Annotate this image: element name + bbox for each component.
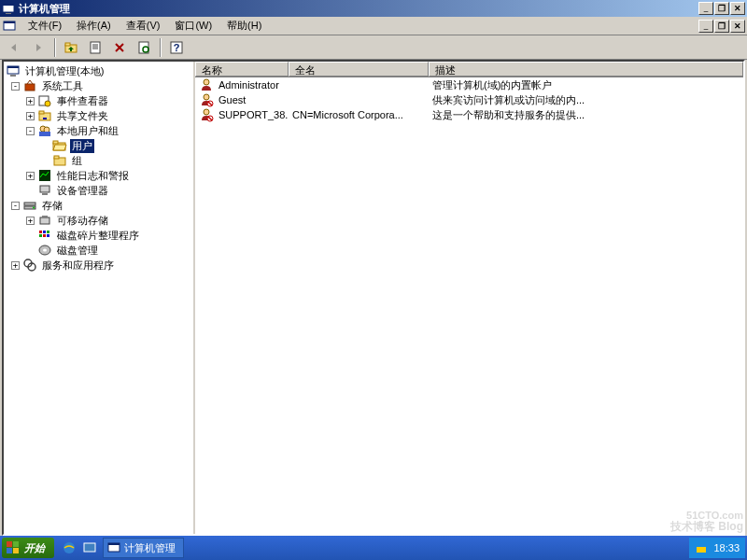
tree-storage[interactable]: - 存储	[4, 198, 193, 213]
storage-icon	[22, 198, 37, 213]
svg-rect-40	[47, 231, 49, 233]
system-tray[interactable]: 18:33	[689, 538, 745, 558]
svg-rect-37	[42, 216, 48, 218]
svg-rect-29	[54, 156, 59, 159]
minimize-button[interactable]: _	[698, 2, 713, 15]
desktop-icon[interactable]	[80, 538, 99, 558]
refresh-button[interactable]	[134, 37, 154, 58]
user-icon	[199, 77, 214, 92]
expand-icon[interactable]: +	[26, 172, 35, 180]
tree-diskmgmt[interactable]: 磁盘管理	[4, 243, 193, 258]
tree-local-users[interactable]: - 本地用户和组	[4, 123, 193, 138]
tree-defrag[interactable]: 磁盘碎片整理程序	[4, 228, 193, 243]
user-disabled-icon	[199, 92, 214, 107]
menu-file[interactable]: 文件(F)	[21, 17, 69, 35]
forward-button[interactable]	[28, 37, 49, 58]
svg-point-45	[43, 249, 47, 252]
app-icon	[2, 2, 15, 15]
col-desc[interactable]: 描述	[429, 62, 743, 77]
users-icon	[37, 123, 52, 138]
svg-rect-7	[91, 42, 100, 53]
list-pane: 名称 全名 描述 Administrator 管理计算机(域)的内置帐户 Gue…	[195, 62, 743, 534]
svg-rect-53	[7, 541, 12, 547]
menu-view[interactable]: 查看(V)	[119, 17, 168, 35]
title-bar: 计算机管理 _ ❐ ✕	[0, 0, 747, 17]
tree-services[interactable]: + 服务和应用程序	[4, 258, 193, 273]
collapse-icon[interactable]: -	[11, 202, 20, 210]
tree-users[interactable]: 用户	[4, 138, 193, 153]
tree-root[interactable]: 计算机管理(本地)	[4, 63, 193, 78]
ie-icon[interactable]	[60, 538, 78, 558]
svg-rect-39	[43, 231, 46, 233]
up-button[interactable]	[61, 37, 81, 58]
tree-pane[interactable]: 计算机管理(本地) - 系统工具 + 事件查看器 + 共享文件夹 - 本地用户和	[4, 62, 195, 534]
event-icon	[37, 93, 52, 108]
start-button[interactable]: 开始	[2, 538, 54, 558]
tree-event-viewer[interactable]: + 事件查看器	[4, 93, 193, 108]
column-headers: 名称 全名 描述	[195, 62, 743, 77]
svg-rect-61	[697, 547, 706, 553]
tools-icon	[22, 78, 37, 93]
menu-action[interactable]: 操作(A)	[69, 17, 119, 35]
svg-rect-56	[13, 548, 19, 553]
svg-rect-58	[84, 543, 95, 552]
expand-icon[interactable]: +	[26, 112, 35, 120]
toolbar: ?	[0, 35, 747, 60]
svg-rect-41	[39, 234, 42, 237]
svg-rect-55	[7, 548, 12, 553]
task-item[interactable]: 计算机管理	[103, 538, 184, 558]
menu-help[interactable]: 帮助(H)	[219, 17, 269, 35]
tree-device-manager[interactable]: 设备管理器	[4, 183, 193, 198]
windows-logo-icon	[6, 540, 21, 555]
expand-icon[interactable]: +	[26, 97, 35, 105]
tree-groups[interactable]: 组	[4, 153, 193, 168]
expand-icon[interactable]: +	[26, 217, 35, 225]
clock: 18:33	[713, 542, 740, 553]
delete-button[interactable]	[109, 37, 130, 58]
mmc-icon	[2, 19, 17, 34]
collapse-icon[interactable]: -	[11, 82, 20, 91]
tree-perf-logs[interactable]: + 性能日志和警报	[4, 168, 193, 183]
collapse-icon[interactable]: -	[26, 127, 35, 135]
svg-rect-43	[47, 234, 49, 237]
expand-icon[interactable]: +	[11, 261, 20, 270]
help-button[interactable]: ?	[166, 37, 187, 58]
svg-rect-16	[7, 66, 19, 68]
col-name[interactable]: 名称	[195, 62, 289, 77]
close-button[interactable]: ✕	[730, 2, 745, 15]
svg-rect-42	[43, 234, 46, 237]
inner-close-button[interactable]: ✕	[730, 20, 745, 33]
col-fullname[interactable]: 全名	[289, 62, 429, 77]
list-item[interactable]: Administrator 管理计算机(域)的内置帐户	[195, 77, 743, 92]
disk-icon	[37, 243, 52, 258]
separator	[54, 38, 55, 57]
svg-point-20	[45, 101, 50, 106]
list-rows[interactable]: Administrator 管理计算机(域)的内置帐户 Guest 供来宾访问计…	[195, 77, 743, 534]
svg-rect-4	[4, 21, 15, 23]
inner-restore-button[interactable]: ❐	[714, 20, 729, 33]
list-item[interactable]: SUPPORT_38... CN=Microsoft Corpora... 这是…	[195, 107, 743, 122]
folder-icon	[52, 153, 67, 168]
svg-point-49	[204, 94, 209, 100]
restore-button[interactable]: ❐	[714, 2, 729, 15]
menu-window[interactable]: 窗口(W)	[167, 17, 219, 35]
tree-shared-folders[interactable]: + 共享文件夹	[4, 108, 193, 123]
svg-rect-54	[13, 541, 19, 547]
menu-bar: 文件(F) 操作(A) 查看(V) 窗口(W) 帮助(H) _ ❐ ✕	[0, 17, 747, 35]
defrag-icon	[37, 228, 52, 243]
svg-rect-25	[39, 132, 50, 136]
removable-icon	[37, 213, 52, 228]
computer-icon	[6, 63, 21, 78]
user-disabled-icon	[199, 107, 214, 122]
inner-minimize-button[interactable]: _	[698, 20, 713, 33]
back-button[interactable]	[4, 37, 24, 58]
svg-point-48	[204, 79, 209, 85]
svg-rect-30	[39, 170, 50, 181]
properties-button[interactable]	[85, 37, 106, 58]
svg-rect-17	[10, 75, 16, 77]
svg-rect-36	[40, 217, 49, 224]
tree-system-tools[interactable]: - 系统工具	[4, 78, 193, 93]
quick-launch	[60, 538, 99, 558]
list-item[interactable]: Guest 供来宾访问计算机或访问域的内...	[195, 92, 743, 107]
tree-removable[interactable]: + 可移动存储	[4, 213, 193, 228]
